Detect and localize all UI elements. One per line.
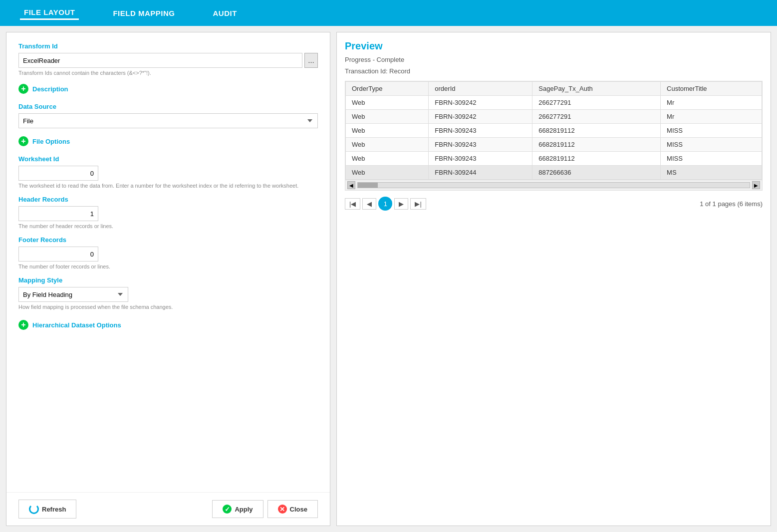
description-label: Description bbox=[32, 85, 68, 93]
nav-audit[interactable]: AUDIT bbox=[209, 7, 241, 19]
table-cell: Web bbox=[346, 124, 429, 138]
top-navigation: FILE LAYOUT FIELD MAPPING AUDIT bbox=[0, 0, 777, 26]
hierarchical-section: + Hierarchical Dataset Options bbox=[18, 320, 318, 330]
hierarchical-expand-icon[interactable]: + bbox=[18, 320, 28, 330]
table-cell: 887266636 bbox=[532, 166, 661, 180]
transform-id-label: Transform Id bbox=[18, 42, 318, 50]
close-label: Close bbox=[290, 506, 307, 513]
file-options-label: File Options bbox=[32, 138, 70, 145]
refresh-button[interactable]: Refresh bbox=[18, 500, 76, 519]
table-header-row: OrderType orderId SagePay_Tx_Auth Custom… bbox=[346, 82, 762, 96]
pagination-info: 1 of 1 pages (6 items) bbox=[700, 200, 763, 208]
apply-button[interactable]: ✓ Apply bbox=[212, 500, 263, 518]
table-cell: Web bbox=[346, 110, 429, 124]
description-section: + Description bbox=[18, 84, 318, 94]
worksheet-id-hint: The worksheet id to read the data from. … bbox=[18, 183, 318, 189]
table-row: WebFBRN-3092436682819112MISS bbox=[346, 152, 762, 166]
action-buttons: ✓ Apply ✕ Close bbox=[212, 500, 318, 518]
worksheet-id-label: Worksheet Id bbox=[18, 155, 318, 163]
nav-field-mapping[interactable]: FIELD MAPPING bbox=[109, 7, 179, 19]
transform-id-input[interactable] bbox=[18, 53, 302, 68]
data-source-label: Data Source bbox=[18, 103, 318, 110]
table-cell: MISS bbox=[661, 152, 762, 166]
footer-records-hint: The number of footer records or lines. bbox=[18, 264, 318, 269]
header-records-hint: The number of header records or lines. bbox=[18, 223, 318, 229]
scroll-left-arrow[interactable]: ◀ bbox=[347, 181, 355, 189]
col-order-id: orderId bbox=[429, 82, 532, 96]
footer-records-label: Footer Records bbox=[18, 236, 318, 244]
mapping-style-hint: How field mapping is processed when the … bbox=[18, 304, 318, 310]
header-records-input[interactable] bbox=[18, 206, 98, 221]
table-cell: MISS bbox=[661, 138, 762, 152]
data-source-wrapper: File bbox=[18, 113, 318, 128]
browse-button[interactable]: … bbox=[304, 53, 318, 68]
page-1-button[interactable]: 1 bbox=[378, 197, 392, 211]
table-row: WebFBRN-309244887266636MS bbox=[346, 166, 762, 180]
table-cell: 6682819112 bbox=[532, 138, 661, 152]
header-records-label: Header Records bbox=[18, 196, 318, 203]
hierarchical-label: Hierarchical Dataset Options bbox=[32, 321, 121, 329]
table-cell: FBRN-309242 bbox=[429, 96, 532, 110]
col-order-type: OrderType bbox=[346, 82, 429, 96]
scroll-right-arrow[interactable]: ▶ bbox=[752, 181, 760, 189]
table-cell: FBRN-309243 bbox=[429, 124, 532, 138]
table-row: WebFBRN-3092436682819112MISS bbox=[346, 138, 762, 152]
table-cell: MISS bbox=[661, 124, 762, 138]
worksheet-id-input[interactable] bbox=[18, 166, 98, 181]
table-cell: 266277291 bbox=[532, 110, 661, 124]
table-cell: FBRN-309242 bbox=[429, 110, 532, 124]
right-panel: Preview Progress - Complete Transaction … bbox=[336, 32, 771, 526]
file-options-expand-icon[interactable]: + bbox=[18, 136, 28, 146]
table-cell: FBRN-309243 bbox=[429, 138, 532, 152]
table-row: WebFBRN-3092436682819112MISS bbox=[346, 124, 762, 138]
table-cell: Mr bbox=[661, 96, 762, 110]
main-layout: Transform Id … Transform Ids cannot cont… bbox=[0, 26, 777, 532]
preview-table-container: OrderType orderId SagePay_Tx_Auth Custom… bbox=[345, 81, 763, 180]
table-cell: Web bbox=[346, 152, 429, 166]
file-options-section: + File Options bbox=[18, 136, 318, 146]
pagination-controls: |◀ ◀ 1 ▶ ▶| bbox=[345, 197, 426, 211]
scroll-thumb[interactable] bbox=[358, 183, 378, 188]
table-row: WebFBRN-309242266277291Mr bbox=[346, 96, 762, 110]
mapping-style-select[interactable]: By Field Heading By Position bbox=[18, 287, 128, 302]
table-cell: Web bbox=[346, 96, 429, 110]
preview-transaction: Transaction Id: Record bbox=[345, 67, 763, 75]
mapping-style-label: Mapping Style bbox=[18, 276, 318, 284]
page-first-button[interactable]: |◀ bbox=[345, 198, 360, 210]
preview-title: Preview bbox=[345, 40, 763, 52]
description-expand-icon[interactable]: + bbox=[18, 84, 28, 94]
page-next-button[interactable]: ▶ bbox=[394, 198, 408, 210]
refresh-icon bbox=[29, 504, 39, 514]
preview-table: OrderType orderId SagePay_Tx_Auth Custom… bbox=[345, 81, 762, 180]
table-cell: Mr bbox=[661, 110, 762, 124]
close-icon: ✕ bbox=[278, 505, 287, 514]
table-cell: 6682819112 bbox=[532, 152, 661, 166]
col-sagepay: SagePay_Tx_Auth bbox=[532, 82, 661, 96]
transform-id-hint: Transform Ids cannot contain the charact… bbox=[18, 70, 318, 76]
scroll-track[interactable] bbox=[357, 182, 750, 188]
footer-records-input[interactable] bbox=[18, 247, 98, 262]
close-button[interactable]: ✕ Close bbox=[267, 500, 318, 518]
page-last-button[interactable]: ▶| bbox=[410, 198, 426, 210]
table-cell: FBRN-309243 bbox=[429, 152, 532, 166]
apply-label: Apply bbox=[235, 506, 253, 513]
page-prev-button[interactable]: ◀ bbox=[362, 198, 376, 210]
table-cell: Web bbox=[346, 166, 429, 180]
table-cell: 6682819112 bbox=[532, 124, 661, 138]
table-cell: MS bbox=[661, 166, 762, 180]
preview-progress: Progress - Complete bbox=[345, 56, 763, 63]
col-customer-title: CustomerTitle bbox=[661, 82, 762, 96]
horizontal-scrollbar[interactable]: ◀ ▶ bbox=[345, 180, 763, 191]
table-cell: FBRN-309244 bbox=[429, 166, 532, 180]
data-source-select[interactable]: File bbox=[18, 113, 318, 128]
table-cell: Web bbox=[346, 138, 429, 152]
nav-file-layout[interactable]: FILE LAYOUT bbox=[20, 6, 79, 20]
left-panel: Transform Id … Transform Ids cannot cont… bbox=[6, 32, 330, 526]
table-row: WebFBRN-309242266277291Mr bbox=[346, 110, 762, 124]
pagination-bar: |◀ ◀ 1 ▶ ▶| 1 of 1 pages (6 items) bbox=[345, 195, 763, 213]
bottom-bar: Refresh ✓ Apply ✕ Close bbox=[6, 492, 330, 526]
apply-icon: ✓ bbox=[223, 505, 232, 514]
table-cell: 266277291 bbox=[532, 96, 661, 110]
transform-id-row: … bbox=[18, 53, 318, 68]
mapping-style-wrapper: By Field Heading By Position bbox=[18, 287, 318, 302]
